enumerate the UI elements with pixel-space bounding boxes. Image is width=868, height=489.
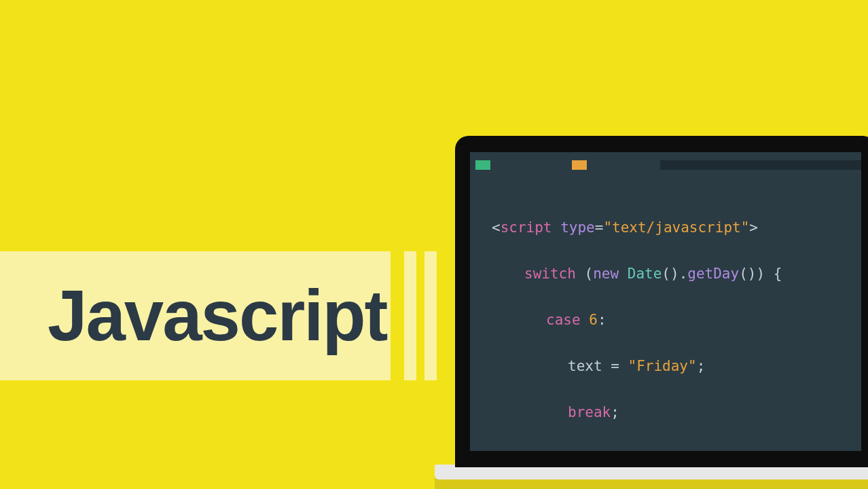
tab-indicator-green (475, 160, 490, 170)
code-line: text = "Friday"; (492, 355, 854, 378)
accent-bar (424, 251, 437, 380)
laptop-frame: <script type="text/javascript"> switch (… (455, 136, 868, 467)
code-line: case 6: (492, 308, 854, 331)
laptop-screen: <script type="text/javascript"> switch (… (470, 152, 861, 451)
page-title: Javascript (48, 275, 387, 357)
tab-indicator-inactive (660, 160, 861, 170)
code-line: switch (new Date().getDay()) { (492, 262, 854, 285)
editor-tab-strip (470, 160, 861, 170)
code-line: case 0: (492, 447, 854, 451)
code-line: break; (492, 401, 854, 424)
tab-indicator-orange (572, 160, 587, 170)
laptop-illustration: <script type="text/javascript"> switch (… (455, 136, 868, 489)
code-snippet: <script type="text/javascript"> switch (… (492, 193, 854, 451)
title-band: Javascript (0, 251, 391, 380)
accent-bar (404, 251, 416, 380)
code-line: <script type="text/javascript"> (492, 216, 854, 239)
